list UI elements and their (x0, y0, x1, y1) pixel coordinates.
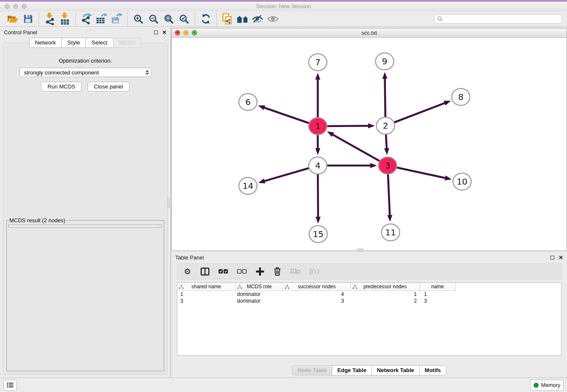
import-network-icon[interactable] (42, 12, 57, 26)
graph-node[interactable]: 9 (376, 53, 394, 70)
hide-selected-icon[interactable] (250, 12, 265, 26)
network-close-button[interactable]: ✕ (175, 30, 180, 36)
table-toolbar: ⚙ f(x) (177, 263, 561, 279)
tab-node-table[interactable]: Node Table (292, 365, 332, 375)
graph-node[interactable]: 14 (239, 177, 257, 194)
network-maximize-button[interactable]: + (192, 30, 197, 36)
shared-attribute-icon (179, 284, 184, 290)
graph-node[interactable]: 11 (382, 224, 400, 241)
column-header-mcds-role[interactable]: MCDS role (236, 283, 283, 290)
duplicate-network-icon[interactable] (220, 12, 235, 26)
table-body: 1dominator4113dominator323 (177, 291, 561, 304)
search-box[interactable] (434, 14, 562, 24)
table-cell[interactable]: dominator (236, 291, 283, 297)
column-header-name[interactable]: name (420, 283, 456, 290)
tab-style[interactable]: Style (61, 38, 86, 48)
tab-select[interactable]: Select (85, 38, 113, 48)
network-canvas[interactable]: 7968124314101511 (172, 38, 567, 251)
table-cell[interactable]: 2 (351, 298, 420, 304)
zoom-selected-icon[interactable] (176, 12, 192, 26)
select-all-icon[interactable] (218, 266, 228, 276)
refresh-view-icon[interactable] (198, 12, 213, 26)
close-panel-button[interactable]: Close panel (88, 82, 129, 91)
graph-node[interactable]: 10 (453, 173, 471, 190)
vertical-splitter-handle[interactable] (167, 198, 171, 207)
shared-attribute-icon (285, 284, 289, 290)
graph-edge[interactable] (385, 103, 446, 126)
horizontal-splitter-handle[interactable] (357, 248, 363, 252)
node-table: shared name MCDS role successor nodes pr… (177, 282, 561, 356)
split-panel-icon[interactable] (201, 266, 209, 276)
add-column-icon[interactable] (256, 266, 264, 276)
close-panel-icon[interactable]: ✕ (162, 30, 167, 35)
float-panel-icon[interactable] (154, 30, 158, 34)
graph-node[interactable]: 7 (309, 54, 327, 71)
zoom-fit-content-icon[interactable] (161, 12, 176, 26)
memory-button[interactable]: Memory (530, 380, 564, 391)
tab-edge-table[interactable]: Edge Table (332, 365, 372, 375)
import-table-icon[interactable] (57, 12, 72, 26)
tab-network-table[interactable]: Network Table (372, 365, 420, 375)
table-cell[interactable]: 1 (420, 291, 456, 297)
toolbar-separator (195, 13, 195, 25)
open-session-icon[interactable] (5, 12, 20, 26)
shared-attribute-icon (352, 284, 357, 290)
graph-edge-arrowhead (444, 101, 451, 105)
table-row[interactable]: 1dominator411 (177, 291, 561, 298)
search-icon (437, 16, 443, 22)
optimization-criterion-select[interactable]: strongly connected component (19, 68, 151, 77)
task-history-button[interactable] (3, 380, 17, 391)
graph-edge-arrowhead (387, 215, 392, 222)
graph-node[interactable]: 4 (309, 157, 327, 174)
table-cell[interactable]: 3 (420, 298, 456, 304)
show-all-icon (265, 12, 281, 26)
export-network-icon[interactable] (79, 12, 94, 26)
search-input[interactable] (444, 16, 559, 22)
table-cell[interactable]: dominator (236, 298, 283, 304)
graph-node[interactable]: 8 (452, 88, 470, 105)
export-table-icon[interactable] (94, 12, 109, 26)
zoom-out-icon[interactable] (146, 12, 161, 26)
table-cell[interactable]: 1 (177, 291, 236, 297)
network-minimize-button[interactable]: − (183, 30, 189, 36)
graph-node[interactable]: 3 (379, 157, 397, 174)
column-header-predecessor-nodes[interactable]: predecessor nodes (351, 283, 420, 290)
shared-attribute-icon (237, 284, 242, 290)
export-image-icon[interactable] (109, 12, 124, 26)
graph-edge[interactable] (332, 134, 388, 166)
zoom-in-icon[interactable] (131, 12, 146, 26)
float-table-panel-icon[interactable] (550, 256, 554, 259)
tab-mcds[interactable]: MCDS (113, 38, 142, 48)
mcds-result-group: MCDS result (2 nodes) 1 3 (6, 217, 164, 371)
close-table-panel-icon[interactable]: ✕ (559, 255, 563, 260)
mcds-result-title: MCDS result (2 nodes) (8, 217, 66, 224)
run-mcds-button[interactable]: Run MCDS (41, 82, 82, 91)
status-bar: Memory (0, 378, 567, 392)
column-header-successor-nodes[interactable]: successor nodes (283, 283, 351, 290)
graph-node-label: 7 (315, 57, 321, 67)
graph-node[interactable]: 1 (309, 118, 327, 135)
network-graph[interactable]: 7968124314101511 (172, 38, 566, 251)
toolbar-separator (216, 13, 217, 25)
graph-node[interactable]: 6 (239, 94, 257, 110)
toolbar-separator (39, 13, 39, 25)
tab-motifs[interactable]: Motifs (419, 365, 446, 375)
table-cell[interactable]: 4 (283, 291, 351, 297)
table-row[interactable]: 3dominator323 (177, 298, 561, 304)
delete-column-icon[interactable] (273, 266, 281, 276)
table-cell[interactable]: 3 (177, 298, 236, 304)
tab-network[interactable]: Network (29, 38, 62, 48)
table-header-row: shared name MCDS role successor nodes pr… (177, 283, 456, 291)
graph-node[interactable]: 15 (309, 226, 328, 243)
table-settings-icon[interactable]: ⚙ (183, 266, 192, 276)
function-builder-icon: f(x) (309, 266, 319, 276)
mcds-result-text[interactable]: 1 3 (8, 225, 162, 227)
result-scrollbar[interactable] (156, 226, 161, 226)
first-neighbors-icon[interactable] (235, 12, 250, 26)
save-session-icon[interactable] (20, 12, 36, 26)
table-cell[interactable]: 3 (283, 298, 351, 304)
column-header-shared-name[interactable]: shared name (177, 283, 236, 290)
graph-node[interactable]: 2 (377, 117, 395, 134)
table-cell[interactable]: 1 (351, 291, 420, 297)
deselect-all-icon[interactable] (237, 266, 247, 276)
